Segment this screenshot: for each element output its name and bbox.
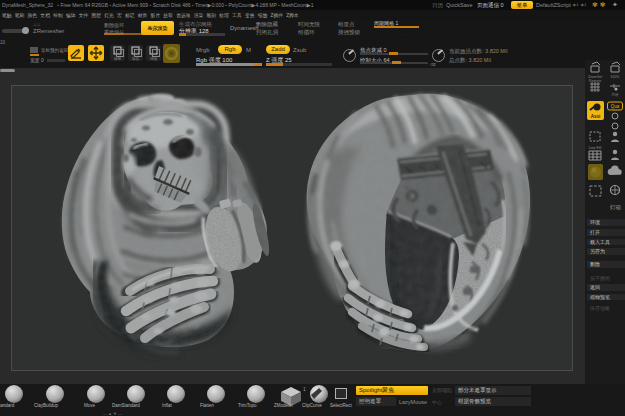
- svg-text:100%: 100%: [611, 75, 620, 79]
- svg-text:Line Fill: Line Fill: [589, 146, 602, 150]
- svg-text:移动: 移动: [150, 57, 158, 61]
- svg-text:Qua: Qua: [611, 104, 620, 109]
- svg-text:滑块: 滑块: [612, 93, 620, 97]
- svg-text:Assi: Assi: [591, 114, 601, 119]
- svg-text:旋转: 旋转: [132, 57, 140, 61]
- svg-text:Remote: Remote: [589, 79, 601, 83]
- svg-text:缩放: 缩放: [114, 56, 122, 61]
